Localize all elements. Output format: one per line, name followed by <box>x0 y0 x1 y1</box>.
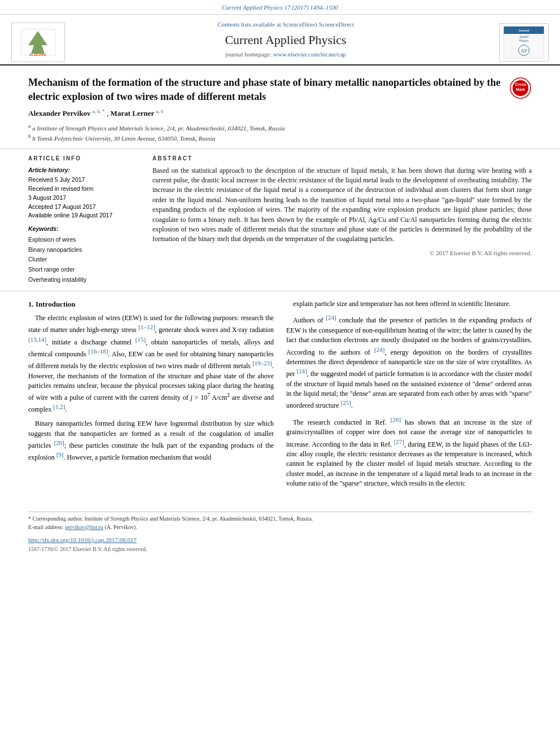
authors-line: Alexander Pervikov a, b, * , Marat Lerne… <box>28 108 532 119</box>
article-info-heading: ARTICLE INFO <box>28 155 141 163</box>
received-date: Received 5 July 2017 Received in revised… <box>28 176 141 220</box>
right-para-3: The research conducted in Ref. [26] has … <box>286 416 532 489</box>
sciencedirect-text: Contents lists available at ScienceDirec… <box>85 20 487 29</box>
main-content: 1. Introduction The electric explosion o… <box>0 291 560 499</box>
ref-1-12[interactable]: [1–12] <box>138 324 155 330</box>
email-link[interactable]: pervikov@list.ru <box>65 524 103 530</box>
intro-para-2: Binary nanoparticles formed during EEW h… <box>28 419 274 463</box>
journal-title: Current Applied Physics <box>85 32 487 49</box>
svg-text:Mark: Mark <box>516 88 525 91</box>
ref-1-2[interactable]: [1,2] <box>53 403 65 410</box>
article-title-text: Mechanism of the formation of the struct… <box>28 76 504 103</box>
sciencedirect-link[interactable]: ScienceDirect <box>319 21 354 28</box>
header: ELSEVIER Contents lists available at Sci… <box>0 15 560 65</box>
affil-a: a a Institute of Strength Physics and Ma… <box>28 123 532 133</box>
author2: Marat Lerner <box>111 109 155 117</box>
svg-text:AP: AP <box>521 49 527 54</box>
abstract-heading: ABSTRACT <box>152 155 532 163</box>
abstract-text: Based on the statistical approach to the… <box>152 166 532 244</box>
left-col: 1. Introduction The electric explosion o… <box>28 299 274 493</box>
ref-26[interactable]: [26] <box>391 416 401 423</box>
email-line: E-mail address: pervikov@list.ru (A. Per… <box>28 523 532 531</box>
keywords-label: Keywords: <box>28 225 141 233</box>
article-info-col: ARTICLE INFO Article history: Received 5… <box>28 155 141 285</box>
issn-text: 1567-1739/© 2017 Elsevier B.V. All right… <box>28 545 532 553</box>
author1: Alexander Pervikov <box>28 109 91 117</box>
page: Current Applied Physics 17 (2017) 1494–1… <box>0 0 560 747</box>
doi-link[interactable]: http://dx.doi.org/10.1016/j.cap.2017.08.… <box>28 536 532 545</box>
corresponding-note: * Corresponding author. Institute of Str… <box>28 514 532 523</box>
footnote-area: * Corresponding author. Institute of Str… <box>0 505 560 531</box>
top-bar: Current Applied Physics 17 (2017) 1494–1… <box>0 0 560 15</box>
journal-logo: Current Applied Physics AP <box>499 23 549 62</box>
svg-text:ELSEVIER: ELSEVIER <box>29 53 46 56</box>
ref-9[interactable]: [9] <box>56 451 64 458</box>
abstract-col: ABSTRACT Based on the statistical approa… <box>152 155 532 285</box>
journal-citation: Current Applied Physics 17 (2017) 1494–1… <box>222 4 338 11</box>
right-col: explain particle size and temperature ha… <box>286 299 532 493</box>
ref-19-23[interactable]: [19–23] <box>252 360 272 366</box>
article-header: Mechanism of the formation of the struct… <box>0 65 560 148</box>
crossmark-icon[interactable]: Cross Mark <box>509 77 532 99</box>
journal-homepage: journal homepage: www.elsevier.com/locat… <box>85 50 487 59</box>
article-info-abstract: ARTICLE INFO Article history: Received 5… <box>0 149 560 291</box>
right-para-1: explain particle size and temperature ha… <box>286 299 532 309</box>
footnote-divider <box>28 512 532 512</box>
svg-text:Cross: Cross <box>515 82 526 86</box>
ref-16-18[interactable]: [16–18] <box>89 348 108 355</box>
svg-text:Physics: Physics <box>519 40 529 42</box>
intro-title: 1. Introduction <box>28 299 274 310</box>
header-logo-left: ELSEVIER <box>11 20 79 64</box>
svg-text:Applied: Applied <box>519 36 528 38</box>
right-para-2: Authors of [24] conclude that the presen… <box>286 313 532 411</box>
svg-text:Current: Current <box>519 29 530 33</box>
history-label: Article history: <box>28 166 141 174</box>
svg-marker-1 <box>28 31 47 54</box>
ref-20[interactable]: [20] <box>54 439 64 446</box>
doi-area: http://dx.doi.org/10.1016/j.cap.2017.08.… <box>0 531 560 554</box>
article-title-block: Mechanism of the formation of the struct… <box>28 76 532 103</box>
intro-para-1: The electric explosion of wires (EEW) is… <box>28 313 274 415</box>
affil-b: b b Tomsk Polytechnic University, 30 Len… <box>28 133 532 143</box>
affiliations: a a Institute of Strength Physics and Ma… <box>28 123 532 143</box>
ref-27[interactable]: [27] <box>394 438 404 445</box>
keywords-list: Explosion of wires Binary nanoparticles … <box>28 235 141 285</box>
ref-24c[interactable]: [24] <box>296 368 307 374</box>
elsevier-logo: ELSEVIER <box>11 23 65 62</box>
header-center: Contents lists available at ScienceDirec… <box>79 20 492 64</box>
ref-25[interactable]: [25] <box>341 399 351 406</box>
main-two-col: 1. Introduction The electric explosion o… <box>28 299 532 493</box>
homepage-link[interactable]: www.elsevier.com/locate/cap <box>273 51 346 58</box>
ref-24a[interactable]: [24] <box>326 314 336 321</box>
header-right: Current Applied Physics AP <box>492 20 549 64</box>
ref-13-14[interactable]: [13,14] <box>28 336 46 343</box>
ref-24b[interactable]: [24] <box>374 346 384 353</box>
copyright: © 2017 Elsevier B.V. All rights reserved… <box>152 249 532 257</box>
ref-15[interactable]: [15] <box>135 336 146 343</box>
